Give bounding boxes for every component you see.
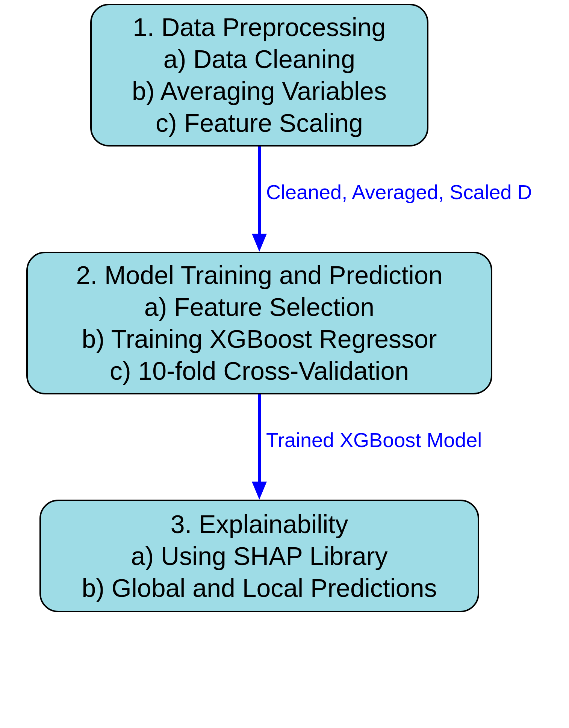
- arrow-preprocessing-to-training: [252, 147, 267, 252]
- node-preprocessing-item-b: b) Averaging Variables: [132, 75, 387, 107]
- node-training-item-b: b) Training XGBoost Regressor: [82, 323, 437, 355]
- node-explainability: 3. Explainability a) Using SHAP Library …: [39, 500, 479, 612]
- node-explainability-title: 3. Explainability: [171, 508, 348, 540]
- edge-label-2: Trained XGBoost Model: [266, 428, 482, 452]
- node-training-title: 2. Model Training and Prediction: [76, 259, 442, 291]
- node-preprocessing: 1. Data Preprocessing a) Data Cleaning b…: [90, 4, 428, 147]
- svg-marker-3: [252, 482, 267, 500]
- node-training: 2. Model Training and Prediction a) Feat…: [26, 252, 492, 394]
- edge-label-1: Cleaned, Averaged, Scaled D: [266, 180, 532, 204]
- arrow-training-to-explainability: [252, 394, 267, 500]
- node-training-item-a: a) Feature Selection: [144, 291, 374, 323]
- node-training-item-c: c) 10-fold Cross-Validation: [110, 355, 409, 387]
- node-preprocessing-item-c: c) Feature Scaling: [156, 107, 363, 139]
- node-preprocessing-title: 1. Data Preprocessing: [133, 11, 386, 43]
- node-preprocessing-item-a: a) Data Cleaning: [163, 43, 355, 75]
- node-explainability-item-a: a) Using SHAP Library: [131, 540, 388, 572]
- svg-marker-1: [252, 234, 267, 252]
- flowchart-canvas: 1. Data Preprocessing a) Data Cleaning b…: [0, 0, 569, 728]
- node-explainability-item-b: b) Global and Local Predictions: [82, 572, 437, 604]
